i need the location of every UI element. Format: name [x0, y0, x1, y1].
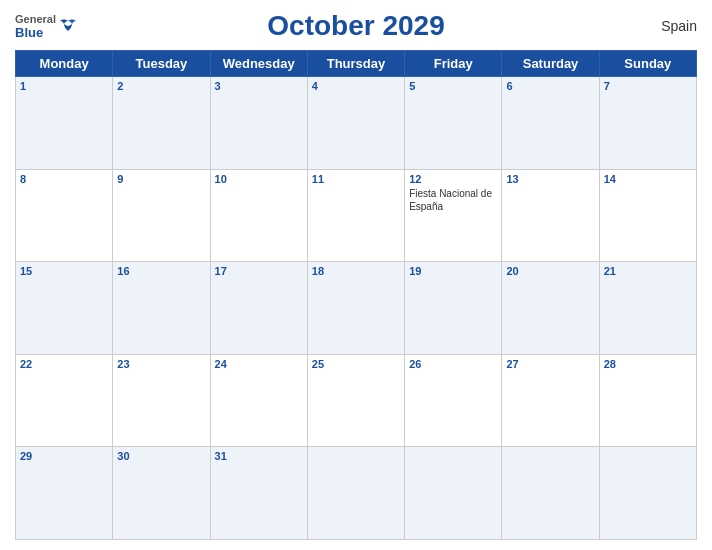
day-number: 17: [215, 265, 303, 277]
header-thursday: Thursday: [307, 51, 404, 77]
day-number: 31: [215, 450, 303, 462]
table-row: 5: [405, 77, 502, 170]
header-friday: Friday: [405, 51, 502, 77]
table-row: 8: [16, 169, 113, 262]
table-row: 21: [599, 262, 696, 355]
table-row: 25: [307, 354, 404, 447]
table-row: 27: [502, 354, 599, 447]
calendar-week-row: 1234567: [16, 77, 697, 170]
table-row: 11: [307, 169, 404, 262]
day-number: 11: [312, 173, 400, 185]
table-row: 18: [307, 262, 404, 355]
table-row: 7: [599, 77, 696, 170]
day-number: 27: [506, 358, 594, 370]
table-row: 19: [405, 262, 502, 355]
day-number: 10: [215, 173, 303, 185]
table-row: 12Fiesta Nacional de España: [405, 169, 502, 262]
day-number: 4: [312, 80, 400, 92]
day-number: 29: [20, 450, 108, 462]
logo-bird-icon: [59, 19, 77, 33]
table-row: 22: [16, 354, 113, 447]
calendar-container: General Blue October 2029 Spain Monday T…: [0, 0, 712, 550]
logo-blue: Blue: [15, 25, 56, 40]
table-row: 29: [16, 447, 113, 540]
table-row: 30: [113, 447, 210, 540]
day-number: 20: [506, 265, 594, 277]
table-row: 26: [405, 354, 502, 447]
table-row: 20: [502, 262, 599, 355]
header-monday: Monday: [16, 51, 113, 77]
logo-general: General: [15, 13, 56, 25]
table-row: 16: [113, 262, 210, 355]
table-row: 28: [599, 354, 696, 447]
table-row: 17: [210, 262, 307, 355]
header-wednesday: Wednesday: [210, 51, 307, 77]
table-row: 6: [502, 77, 599, 170]
header-sunday: Sunday: [599, 51, 696, 77]
table-row: 4: [307, 77, 404, 170]
header-tuesday: Tuesday: [113, 51, 210, 77]
table-row: 1: [16, 77, 113, 170]
day-number: 7: [604, 80, 692, 92]
day-number: 15: [20, 265, 108, 277]
calendar-header: General Blue October 2029 Spain: [15, 10, 697, 42]
day-number: 26: [409, 358, 497, 370]
event-label: Fiesta Nacional de España: [409, 187, 497, 213]
day-number: 9: [117, 173, 205, 185]
day-number: 18: [312, 265, 400, 277]
day-number: 13: [506, 173, 594, 185]
table-row: 13: [502, 169, 599, 262]
day-number: 5: [409, 80, 497, 92]
day-number: 3: [215, 80, 303, 92]
country-label: Spain: [661, 18, 697, 34]
logo: General Blue: [15, 13, 77, 40]
day-number: 22: [20, 358, 108, 370]
day-number: 2: [117, 80, 205, 92]
calendar-table: Monday Tuesday Wednesday Thursday Friday…: [15, 50, 697, 540]
table-row: 3: [210, 77, 307, 170]
day-number: 8: [20, 173, 108, 185]
month-title: October 2029: [267, 10, 444, 42]
day-number: 25: [312, 358, 400, 370]
calendar-week-row: 15161718192021: [16, 262, 697, 355]
day-number: 19: [409, 265, 497, 277]
table-row: 2: [113, 77, 210, 170]
table-row: [307, 447, 404, 540]
header-saturday: Saturday: [502, 51, 599, 77]
table-row: 15: [16, 262, 113, 355]
table-row: [502, 447, 599, 540]
day-number: 24: [215, 358, 303, 370]
table-row: 23: [113, 354, 210, 447]
day-number: 16: [117, 265, 205, 277]
day-number: 23: [117, 358, 205, 370]
day-number: 30: [117, 450, 205, 462]
table-row: 9: [113, 169, 210, 262]
calendar-week-row: 293031: [16, 447, 697, 540]
calendar-week-row: 89101112Fiesta Nacional de España1314: [16, 169, 697, 262]
table-row: [405, 447, 502, 540]
table-row: 10: [210, 169, 307, 262]
day-number: 6: [506, 80, 594, 92]
day-number: 12: [409, 173, 497, 185]
table-row: [599, 447, 696, 540]
day-number: 21: [604, 265, 692, 277]
table-row: 31: [210, 447, 307, 540]
day-number: 28: [604, 358, 692, 370]
day-number: 1: [20, 80, 108, 92]
weekday-header-row: Monday Tuesday Wednesday Thursday Friday…: [16, 51, 697, 77]
calendar-week-row: 22232425262728: [16, 354, 697, 447]
day-number: 14: [604, 173, 692, 185]
table-row: 14: [599, 169, 696, 262]
table-row: 24: [210, 354, 307, 447]
